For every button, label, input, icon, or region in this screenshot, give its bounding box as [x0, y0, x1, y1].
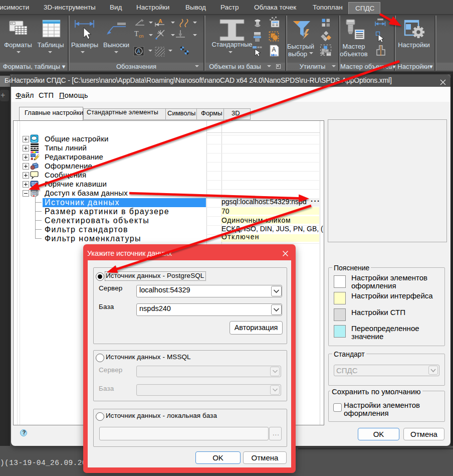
svg-text:A: A — [272, 46, 276, 53]
svg-text:cn: cn — [139, 34, 144, 39]
svg-text:A: A — [137, 49, 141, 54]
svg-text:T: T — [134, 30, 139, 38]
svg-text:A: A — [158, 18, 162, 24]
